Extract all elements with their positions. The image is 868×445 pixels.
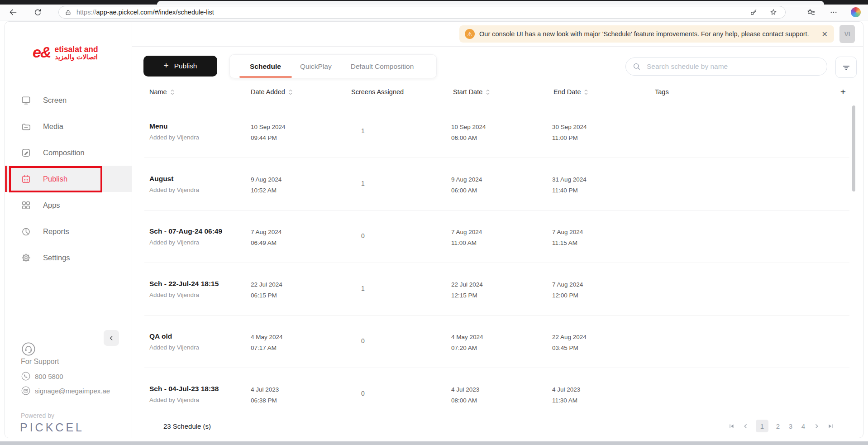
end-time: 12:00 PM <box>552 290 583 301</box>
pagination: 1 2 3 4 <box>728 420 835 432</box>
end-time: 11:15 AM <box>552 238 583 249</box>
page-number[interactable]: 3 <box>787 422 794 430</box>
previous-page-icon[interactable] <box>742 422 749 430</box>
notification-banner: ⚠ Our console UI has a new look with maj… <box>459 25 834 43</box>
screens-assigned-count: 1 <box>361 285 365 292</box>
support-phone[interactable]: 800 5800 <box>21 371 63 381</box>
table-footer: 23 Schedule (s) 1 2 3 4 <box>144 414 849 438</box>
sidebar-item-settings[interactable]: Settings <box>5 244 132 271</box>
start-time: 08:00 AM <box>451 395 479 406</box>
favorite-star-icon[interactable] <box>768 7 779 18</box>
column-header-end-date[interactable]: End Date <box>553 88 588 96</box>
schedule-name: Sch - 04-Jul-23 18:38 <box>149 384 219 393</box>
schedule-added-by: Added by Vijendra <box>149 134 199 141</box>
column-header-name[interactable]: Name <box>149 88 175 96</box>
sidebar-item-screen[interactable]: Screen <box>5 87 132 113</box>
schedule-name: Sch - 22-Jul-24 18:15 <box>149 279 219 288</box>
schedule-added-by: Added by Vijendra <box>149 292 219 298</box>
favorites-bar-icon[interactable] <box>806 7 816 18</box>
date-added-time: 07:17 AM <box>251 343 283 354</box>
address-bar[interactable]: https://app-ae.pickcel.com/#/index/sched… <box>58 6 786 19</box>
date-added-date: 9 Aug 2024 <box>251 174 281 185</box>
monitor-icon <box>21 95 31 105</box>
start-time: 12:15 PM <box>451 290 483 301</box>
user-avatar[interactable]: VI <box>839 25 855 43</box>
next-page-icon[interactable] <box>813 422 820 430</box>
sort-icon[interactable] <box>170 89 175 95</box>
lock-icon[interactable] <box>64 9 72 16</box>
sidebar: e& etisalat and اتصالات والمزيد Screen <box>5 22 132 438</box>
add-column-button[interactable]: + <box>840 86 846 97</box>
browser-tab[interactable] <box>157 1 824 5</box>
column-header-date-added[interactable]: Date Added <box>251 88 293 96</box>
end-date: 31 Aug 2024 <box>552 174 587 185</box>
start-time: 11:00 AM <box>451 238 482 249</box>
column-header-tags: Tags <box>655 88 669 96</box>
phone-icon <box>21 371 31 381</box>
screens-assigned-count: 1 <box>361 127 365 134</box>
sidebar-collapse-button[interactable] <box>104 330 119 346</box>
sort-icon[interactable] <box>288 89 293 95</box>
headset-icon <box>21 341 36 357</box>
sidebar-item-media[interactable]: Media <box>5 113 132 139</box>
table-row[interactable]: Menu Added by Vijendra 10 Sep 2024 09:44… <box>144 105 849 158</box>
schedule-page: + Publish Schedule QuickPlay Default Com… <box>132 47 863 438</box>
column-header-start-date[interactable]: Start Date <box>453 88 490 96</box>
url-scheme: https:// <box>76 9 96 16</box>
support-phone-number: 800 5800 <box>35 373 63 380</box>
end-date: 30 Sep 2024 <box>552 122 587 133</box>
last-page-icon[interactable] <box>827 422 835 430</box>
copilot-icon[interactable] <box>851 7 861 17</box>
sidebar-nav: Screen Media Composition <box>5 87 132 271</box>
browser-toolbar: https://app-ae.pickcel.com/#/index/sched… <box>0 5 868 20</box>
sidebar-item-label: Publish <box>43 175 67 183</box>
page-number[interactable]: 4 <box>800 422 806 430</box>
table-row[interactable]: August Added by Vijendra 9 Aug 2024 10:5… <box>144 158 849 211</box>
support-email-address: signage@megaimpex.ae <box>35 387 110 395</box>
etisalat-logo: e& etisalat and اتصالات والمزيد <box>33 45 98 61</box>
table-row[interactable]: Sch - 04-Jul-23 18:38 Added by Vijendra … <box>144 368 849 414</box>
sidebar-item-label: Apps <box>43 201 60 210</box>
warning-icon: ⚠ <box>465 29 475 39</box>
more-icon[interactable] <box>828 7 839 18</box>
start-time: 06:00 AM <box>451 185 482 196</box>
screens-assigned-count: 1 <box>361 180 365 187</box>
start-time: 07:20 AM <box>451 343 483 354</box>
browser-window: https://app-ae.pickcel.com/#/index/sched… <box>0 0 868 445</box>
end-time: 03:45 PM <box>552 343 587 354</box>
support-email[interactable]: signage@megaimpex.ae <box>21 386 110 396</box>
start-date: 4 May 2024 <box>451 332 483 343</box>
table-row[interactable]: Sch - 07-Aug-24 06:49 Added by Vijendra … <box>144 211 849 263</box>
sidebar-item-composition[interactable]: Composition <box>5 139 132 166</box>
table-scrollbar[interactable] <box>852 105 855 191</box>
sidebar-item-reports[interactable]: Reports <box>5 218 132 244</box>
table-row[interactable]: Sch - 22-Jul-24 18:15 Added by Vijendra … <box>144 263 849 316</box>
page-number[interactable]: 2 <box>775 422 781 430</box>
date-added-date: 4 May 2024 <box>251 332 283 343</box>
password-key-icon[interactable] <box>748 7 759 18</box>
sidebar-item-publish[interactable]: Publish <box>5 166 132 192</box>
date-added-date: 4 Jul 2023 <box>251 384 279 395</box>
etisalat-logo-text: etisalat and <box>54 45 98 53</box>
sidebar-item-apps[interactable]: Apps <box>5 192 132 218</box>
screens-assigned-count: 0 <box>361 390 365 397</box>
date-added-time: 09:44 PM <box>251 133 286 144</box>
schedule-name: Menu <box>149 122 199 131</box>
url-text[interactable]: https://app-ae.pickcel.com/#/index/sched… <box>76 9 214 16</box>
date-added-time: 06:49 AM <box>251 238 281 249</box>
table-row[interactable]: QA old Added by Vijendra 4 May 2024 07:1… <box>144 316 849 368</box>
sort-icon[interactable] <box>486 89 490 95</box>
first-page-icon[interactable] <box>728 422 735 430</box>
end-date: 7 Aug 2024 <box>552 279 583 290</box>
banner-close-icon[interactable]: ✕ <box>820 30 830 38</box>
folder-icon <box>21 121 31 132</box>
window-bottom-edge <box>0 441 868 445</box>
refresh-icon[interactable] <box>32 7 43 18</box>
back-icon[interactable] <box>8 7 19 18</box>
page-number-current[interactable]: 1 <box>756 420 768 432</box>
sort-icon[interactable] <box>584 89 588 95</box>
app-window: e& etisalat and اتصالات والمزيد Screen <box>5 21 863 438</box>
schedule-added-by: Added by Vijendra <box>149 239 222 246</box>
date-added-time: 06:15 PM <box>251 290 282 301</box>
end-date: 7 Aug 2024 <box>552 227 583 238</box>
